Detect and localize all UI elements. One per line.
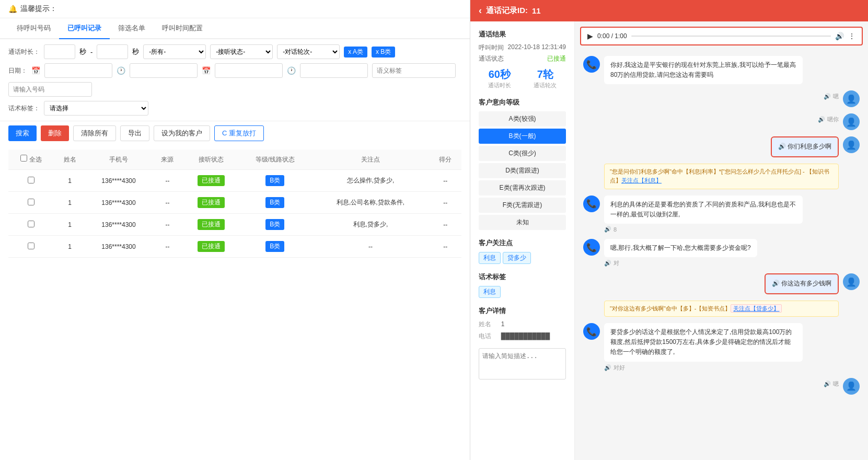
cell-status: 已接通	[183, 236, 238, 258]
intent-item[interactable]: B类(一般)	[479, 129, 566, 144]
cell-score: --	[429, 214, 461, 236]
customer-desc-input[interactable]	[479, 348, 566, 380]
export-button[interactable]: 导出	[120, 125, 149, 141]
row-checkbox[interactable]	[28, 177, 34, 183]
customer-phone-label: 电话	[479, 332, 491, 340]
date-label: 日期：	[8, 66, 27, 75]
phone-input[interactable]	[8, 82, 92, 97]
bubble-text: 嗯,那行,我大概了解一下哈,您大概需要多少资金呢?	[610, 244, 751, 251]
customer-name-value: 1	[501, 320, 505, 328]
volume-icon[interactable]: 🔊	[835, 32, 844, 40]
call-time-value: 2022-10-18 12:31:49	[508, 43, 566, 52]
cell-concerns: --	[312, 236, 430, 258]
set-customer-button[interactable]: 设为我的客户	[154, 125, 210, 141]
row-checkbox[interactable]	[28, 221, 34, 227]
col-select: 全选	[8, 150, 54, 170]
tab-filter[interactable]: 筛选名单	[110, 18, 154, 39]
status-select[interactable]: -接听状态-	[210, 44, 273, 59]
duration-max-input[interactable]	[97, 44, 128, 59]
warning-bar: 🔔 温馨提示：	[0, 0, 470, 18]
intent-item[interactable]: E类(需再次跟进)	[479, 180, 566, 196]
tag-a[interactable]: x A类	[344, 47, 367, 58]
play-button[interactable]: ▶	[587, 32, 593, 40]
warning-icon: 🔔	[8, 5, 17, 13]
bubble-meta: 🔊 对好	[604, 364, 803, 372]
talk-label: 话术标签：	[8, 104, 40, 113]
cell-source: --	[152, 214, 184, 236]
clear-all-button[interactable]: 清除所有	[73, 125, 116, 141]
date-end-time-input[interactable]	[300, 63, 368, 78]
bubble-wrapper: 🔊 你们利息多少啊	[771, 136, 839, 157]
duration-min-input[interactable]	[44, 44, 75, 59]
bubble-text: 你这边有多少钱啊	[781, 280, 831, 287]
concern-tag: 利息	[479, 252, 501, 264]
date-end-input[interactable]	[215, 63, 283, 78]
meta-text: 嗯	[833, 380, 839, 388]
unit1: 秒	[79, 47, 86, 56]
search-button[interactable]: 搜索	[8, 125, 37, 141]
action-bar: 搜索 删除 清除所有 导出 设为我的客户 C 重复放打	[0, 121, 470, 145]
message-item: 👤🔊 你这边有多少钱啊	[583, 273, 860, 294]
cell-grade: B类	[238, 170, 312, 192]
bubble-meta: 🔊 嗯	[824, 93, 839, 100]
right-panel: ‹ 通话记录ID: 11 通话结果 呼叫时间 2022-10-18 12:31:…	[470, 0, 868, 460]
more-icon[interactable]: ⋮	[848, 32, 855, 40]
message-item: 👤🔊 嗯你	[583, 113, 860, 130]
intent-item[interactable]: 未知	[479, 215, 566, 230]
tab-waiting[interactable]: 待呼叫号码	[8, 18, 59, 39]
col-status: 接听状态	[183, 150, 238, 170]
cell-score: --	[429, 192, 461, 214]
row-checkbox[interactable]	[28, 243, 34, 249]
cell-status: 已接通	[183, 214, 238, 236]
date-start-time-input[interactable]	[130, 63, 198, 78]
semantic-tag-input[interactable]	[372, 63, 456, 78]
progress-bar[interactable]	[631, 36, 831, 37]
duration-label: 通话时长：	[8, 48, 40, 56]
bubble-wrapper: 🔊 嗯你	[818, 113, 839, 123]
round-select[interactable]: -对话轮次-	[277, 44, 340, 59]
concerns-title: 客户关注点	[479, 238, 566, 248]
intent-item[interactable]: F类(无需跟进)	[479, 198, 566, 213]
tab-calltime[interactable]: 呼叫时间配置	[154, 18, 211, 39]
sound-icon: 🔊	[772, 280, 780, 287]
select-all-checkbox[interactable]	[20, 155, 27, 162]
date-start-input[interactable]	[44, 63, 112, 78]
table-area: 全选 姓名 手机号 来源 接听状态 等级/线路状态 关注点 得分 1 136**…	[0, 145, 470, 460]
note-link[interactable]: 关注点【利息】	[621, 177, 662, 183]
intent-item[interactable]: D类(需跟进)	[479, 163, 566, 178]
tag-b[interactable]: x B类	[372, 47, 395, 58]
cell-score: --	[429, 236, 461, 258]
call-result-title: 通话结果	[479, 30, 566, 39]
bubble-wrapper: 要贷多少的话这个是根据您个人情况来定了,信用贷款最高100万的额度,然后抵押贷款…	[604, 323, 803, 372]
meta-text: 8	[614, 226, 617, 233]
back-icon[interactable]: ‹	[479, 5, 482, 16]
sound-icon: 🔊	[604, 260, 611, 267]
source-select[interactable]: -所有-	[143, 44, 206, 59]
rounds-num: 7轮	[525, 67, 566, 82]
cell-phone: 136****4300	[86, 192, 151, 214]
intent-item[interactable]: A类(较强)	[479, 111, 566, 126]
bubble-meta: 🔊 8	[604, 226, 803, 233]
bubble-wrapper: 🔊 嗯	[824, 378, 839, 388]
talk-tag-item: 利息	[479, 286, 501, 298]
chat-panel: ▶ 0:00 / 1:00 🔊 ⋮ 📞你好,我这边是平安银行的现在针对东莞上班族…	[575, 21, 868, 460]
tab-called[interactable]: 已呼叫记录	[59, 18, 110, 39]
note-link[interactable]: 关注点【贷多少】	[731, 304, 782, 313]
redial-button[interactable]: C 重复放打	[214, 125, 264, 141]
message-bubble: 🔊 你们利息多少啊	[771, 136, 839, 157]
avatar: 📞	[583, 239, 600, 256]
delete-button[interactable]: 删除	[41, 125, 69, 141]
row-checkbox[interactable]	[28, 199, 34, 205]
talk-tags: 利息	[479, 286, 566, 298]
cell-grade: B类	[238, 214, 312, 236]
sound-icon: 🔊	[604, 226, 611, 233]
right-header-title: 通话记录ID:	[486, 6, 528, 16]
intent-item[interactable]: C类(很少)	[479, 146, 566, 161]
concerns-tags: 利息贷多少	[479, 252, 566, 264]
talk-tag-select[interactable]: 请选择	[44, 101, 148, 116]
right-header-id: 11	[532, 6, 541, 15]
message-item: 📞利息的具体的还是要看您的资质了,不同的资质和产品,我利息也是不一样的,最低可以…	[583, 196, 860, 233]
audio-player[interactable]: ▶ 0:00 / 1:00 🔊 ⋮	[580, 27, 863, 45]
call-time-label: 呼叫时间	[479, 43, 504, 52]
dash: -	[90, 48, 92, 56]
